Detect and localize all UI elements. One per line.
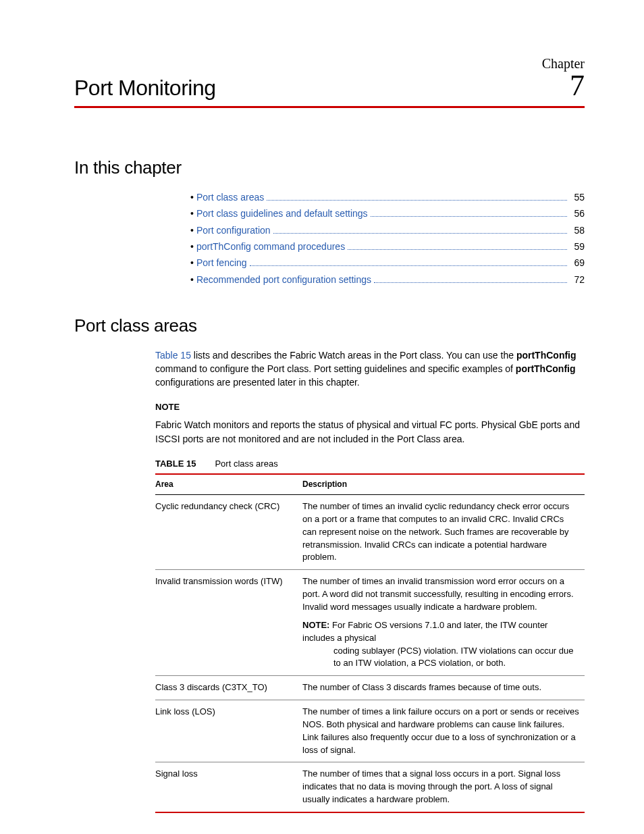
intro-text: command to configure the Port class. Por… bbox=[155, 363, 516, 374]
toc-leader bbox=[371, 216, 567, 217]
cell-area: Link loss (LOS) bbox=[155, 700, 302, 762]
table-caption: TABLE 15Port class areas bbox=[155, 458, 585, 471]
col-header-area: Area bbox=[155, 474, 302, 495]
toc-page: 58 bbox=[570, 224, 585, 237]
page: Chapter Port Monitoring 7 In this chapte… bbox=[0, 0, 644, 834]
command-name: portThConfig bbox=[516, 350, 576, 361]
toc-item[interactable]: • Recommended port configuration setting… bbox=[190, 273, 585, 286]
chapter-title: Port Monitoring bbox=[74, 72, 215, 103]
cell-desc: The number of times an invalid cyclic re… bbox=[302, 495, 585, 570]
toc-item[interactable]: • Port class guidelines and default sett… bbox=[190, 207, 585, 220]
table-row: Cyclic redundancy check (CRC) The number… bbox=[155, 495, 585, 570]
bullet-icon: • bbox=[190, 240, 194, 253]
toc-leader bbox=[267, 200, 567, 201]
intro-text: lists and describes the Fabric Watch are… bbox=[191, 350, 516, 361]
toc-item[interactable]: • Port class areas 55 bbox=[190, 190, 585, 204]
cell-desc-text: The number of times an invalid transmiss… bbox=[302, 576, 574, 612]
bullet-icon: • bbox=[190, 224, 194, 237]
table-row: Signal loss The number of times that a s… bbox=[155, 762, 585, 812]
cell-desc: The number of times a link failure occur… bbox=[302, 700, 585, 762]
bullet-icon: • bbox=[190, 207, 194, 220]
table-label: TABLE 15 bbox=[155, 459, 196, 469]
note-body: Fabric Watch monitors and reports the st… bbox=[155, 418, 585, 446]
table-row: Class 3 discards (C3TX_TO) The number of… bbox=[155, 676, 585, 700]
toc-page: 69 bbox=[570, 256, 585, 269]
cell-desc: The number of times an invalid transmiss… bbox=[302, 570, 585, 676]
bullet-icon: • bbox=[190, 190, 194, 204]
cell-area: Cyclic redundancy check (CRC) bbox=[155, 495, 302, 570]
toc-page: 55 bbox=[570, 190, 585, 204]
toc-leader bbox=[348, 249, 567, 250]
col-header-desc: Description bbox=[302, 474, 585, 495]
port-class-table: Area Description Cyclic redundancy check… bbox=[155, 473, 585, 813]
cell-note-label: NOTE: bbox=[302, 620, 329, 630]
cell-area: Invalid transmission words (ITW) bbox=[155, 570, 302, 676]
toc-link[interactable]: portThConfig command procedures bbox=[196, 240, 345, 253]
toc-page: 59 bbox=[570, 240, 585, 253]
note-heading: NOTE bbox=[155, 401, 585, 414]
intro-text: configurations are presented later in th… bbox=[155, 377, 360, 388]
toc-leader bbox=[250, 265, 567, 266]
chapter-header: Port Monitoring 7 bbox=[74, 71, 585, 108]
toc-heading: In this chapter bbox=[74, 155, 585, 181]
toc-link[interactable]: Port fencing bbox=[196, 256, 247, 269]
toc-link[interactable]: Port class areas bbox=[196, 190, 264, 204]
command-name: portThConfig bbox=[516, 363, 576, 374]
toc-link[interactable]: Port class guidelines and default settin… bbox=[196, 207, 368, 220]
toc-item[interactable]: • portThConfig command procedures 59 bbox=[190, 240, 585, 253]
toc-list: • Port class areas 55 • Port class guide… bbox=[190, 190, 585, 286]
bullet-icon: • bbox=[190, 273, 194, 286]
toc-page: 56 bbox=[570, 207, 585, 220]
chapter-number: 7 bbox=[570, 71, 585, 101]
table-ref-link[interactable]: Table 15 bbox=[155, 350, 191, 361]
toc-page: 72 bbox=[570, 273, 585, 286]
table-caption-text: Port class areas bbox=[215, 459, 277, 469]
toc-leader bbox=[273, 233, 567, 234]
cell-desc: The number of times that a signal loss o… bbox=[302, 762, 585, 812]
section-heading: Port class areas bbox=[74, 313, 585, 339]
table-row: Invalid transmission words (ITW) The num… bbox=[155, 570, 585, 676]
toc-link[interactable]: Port configuration bbox=[196, 224, 271, 237]
cell-desc: The number of Class 3 discards frames be… bbox=[302, 676, 585, 700]
cell-note-text: coding sublayer (PCS) violation. ITW vio… bbox=[333, 645, 579, 671]
cell-area: Class 3 discards (C3TX_TO) bbox=[155, 676, 302, 700]
table-header-row: Area Description bbox=[155, 474, 585, 495]
cell-note-text: For Fabric OS versions 7.1.0 and later, … bbox=[302, 620, 547, 643]
table-row: Link loss (LOS) The number of times a li… bbox=[155, 700, 585, 762]
cell-area: Signal loss bbox=[155, 762, 302, 812]
bullet-icon: • bbox=[190, 256, 194, 269]
toc-leader bbox=[374, 282, 567, 283]
toc-item[interactable]: • Port configuration 58 bbox=[190, 224, 585, 237]
intro-paragraph: Table 15 lists and describes the Fabric … bbox=[155, 348, 585, 390]
section-body: Table 15 lists and describes the Fabric … bbox=[155, 348, 585, 813]
toc-item[interactable]: • Port fencing 69 bbox=[190, 256, 585, 269]
toc-link[interactable]: Recommended port configuration settings bbox=[196, 273, 371, 286]
cell-note: NOTE: For Fabric OS versions 7.1.0 and l… bbox=[302, 619, 579, 670]
